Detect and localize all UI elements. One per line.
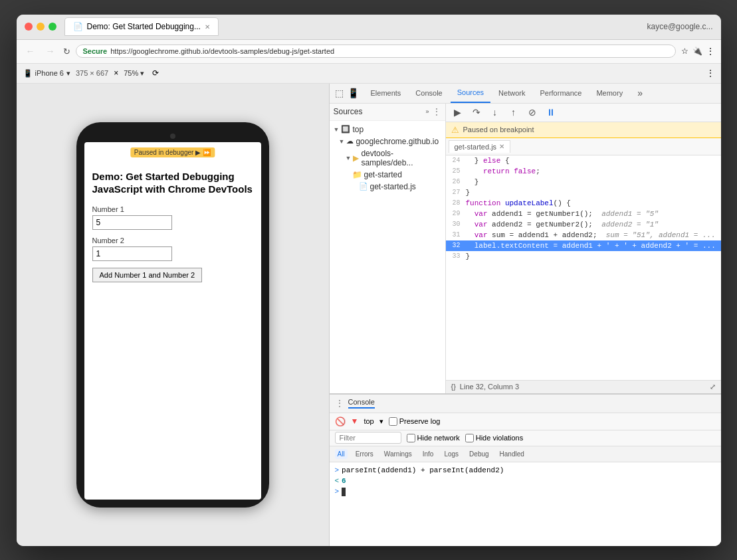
console-filter-input[interactable] — [335, 432, 401, 444]
console-bottom-panel: ⋮ Console ✕ 🚫 ▼ top ▾ Preserve log — [330, 393, 721, 546]
forward-button[interactable]: → — [43, 45, 58, 58]
tab-favicon: 📄 — [73, 22, 83, 31]
code-file-tabs: get-started.js ✕ — [446, 138, 721, 155]
filter-icon[interactable]: ▼ — [351, 417, 359, 426]
tab-network[interactable]: Network — [492, 84, 532, 104]
level-tab-debug[interactable]: Debug — [467, 449, 491, 459]
phone-camera — [170, 134, 175, 139]
console-filter-bar: 🚫 ▼ top ▾ Preserve log — [330, 413, 721, 430]
device-name: iPhone 6 — [35, 69, 64, 77]
number2-input[interactable] — [92, 246, 172, 261]
context-chevron[interactable]: ▾ — [379, 417, 383, 426]
tab-memory[interactable]: Memory — [589, 84, 629, 104]
hide-network-label: Hide network — [407, 434, 460, 442]
back-button[interactable]: ← — [23, 45, 38, 58]
pause-btn[interactable]: ⏸ — [544, 107, 558, 118]
code-line-32: 32 label.textContent = addend1 + ' + ' +… — [446, 240, 721, 251]
maximize-button[interactable] — [49, 23, 56, 31]
tab-sources[interactable]: Sources — [451, 84, 490, 104]
tab-elements[interactable]: Elements — [364, 84, 408, 104]
console-input-line[interactable]: > — [330, 486, 721, 498]
tab-more[interactable]: » — [631, 84, 649, 104]
phone-notch — [84, 130, 261, 142]
tab-performance[interactable]: Performance — [533, 84, 588, 104]
sources-chevron: » — [425, 108, 429, 115]
console-active-prompt: > — [335, 488, 340, 496]
code-area[interactable]: 24 } else { 25 return false; 26 } — [446, 155, 721, 380]
breakpoint-text: Paused on breakpoint — [463, 126, 534, 134]
tree-arrow-samples: ▼ — [346, 155, 352, 161]
hide-violations-checkbox[interactable] — [465, 434, 474, 442]
tree-get-started-js[interactable]: 📄 get-started.js — [330, 181, 445, 193]
step-over-btn[interactable]: ↷ — [470, 107, 483, 118]
tab-close-button[interactable]: ✕ — [205, 23, 210, 31]
dimensions-separator: × — [114, 68, 118, 78]
add-button[interactable]: Add Number 1 and Number 2 — [92, 268, 203, 282]
browser-tab[interactable]: 📄 Demo: Get Started Debugging... ✕ — [64, 17, 219, 36]
level-tab-logs[interactable]: Logs — [441, 449, 461, 459]
tree-get-started[interactable]: 📁 get-started — [330, 169, 445, 181]
extensions-icon[interactable]: 🔌 — [692, 47, 702, 56]
bookmark-icon[interactable]: ☆ — [681, 47, 688, 56]
code-file-close[interactable]: ✕ — [499, 143, 504, 150]
console-tab-label[interactable]: Console — [348, 398, 375, 409]
devtools-inspect-icon[interactable]: ⬚ — [335, 88, 344, 98]
console-cursor — [342, 488, 346, 496]
console-toolbar: ⋮ Console ✕ — [330, 395, 721, 413]
deactivate-btn[interactable]: ⊘ — [526, 107, 539, 118]
curly-brace-icon[interactable]: {} — [451, 383, 456, 391]
close-button[interactable] — [25, 23, 33, 31]
phone-preview: Paused in debugger ▶ ⏩ Demo: Get Started… — [17, 84, 329, 546]
sources-title: Sources — [334, 107, 423, 116]
device-selector[interactable]: 📱 iPhone 6 ▾ — [23, 69, 70, 78]
number1-input[interactable] — [92, 215, 172, 230]
preserve-log-checkbox[interactable] — [389, 417, 397, 426]
page-title: Demo: Get Started Debugging JavaScript w… — [92, 170, 253, 196]
breakpoint-icon: ⚠ — [451, 125, 459, 135]
dimensions-display: 375 × 667 — [76, 69, 108, 77]
step-out-btn[interactable]: ↑ — [507, 107, 520, 118]
tree-top[interactable]: ▼ 🔲 top — [330, 124, 445, 136]
console-input-text-1: parseInt(addend1) + parseInt(addend2) — [342, 466, 504, 474]
number2-label: Number 2 — [92, 236, 253, 244]
tree-domain[interactable]: ▼ ☁ googlechrome.github.io — [330, 136, 445, 147]
console-dots-icon[interactable]: ⋮ — [335, 398, 344, 409]
devtools-device-icon[interactable]: 📱 — [348, 88, 359, 98]
console-output-value: 6 — [342, 477, 346, 485]
url-text: https://googlechrome.github.io/devtools-… — [110, 47, 334, 55]
level-tab-handled[interactable]: Handled — [497, 449, 527, 459]
rotate-icon[interactable]: ⟳ — [152, 68, 159, 78]
url-bar[interactable]: Secure https://googlechrome.github.io/de… — [76, 45, 676, 58]
sources-more-icon[interactable]: ⋮ — [432, 106, 441, 117]
sources-toolbar: Sources » ⋮ — [330, 104, 445, 121]
tree-devtools-samples[interactable]: ▼ ▶ devtools-samples/deb... — [330, 147, 445, 169]
reload-button[interactable]: ↻ — [63, 47, 70, 56]
level-tab-info[interactable]: Info — [420, 449, 437, 459]
devtools-top-area: Sources » ⋮ ▼ 🔲 top ▼ — [330, 104, 721, 393]
code-file-tab-active[interactable]: get-started.js ✕ — [449, 140, 511, 153]
console-input-filter-row: Hide network Hide violations — [330, 430, 721, 446]
console-input-prompt-1: > — [335, 466, 340, 474]
resume-btn[interactable]: ▶ — [451, 107, 465, 118]
pause-controls: ▶ ⏩ — [195, 149, 211, 156]
more-device-options[interactable]: ⋮ — [706, 68, 714, 78]
menu-icon[interactable]: ⋮ — [706, 47, 714, 56]
expand-icon[interactable]: ⤢ — [710, 383, 716, 391]
zoom-selector[interactable]: 75% ▾ — [124, 69, 144, 78]
tree-label-top: top — [352, 125, 364, 134]
tree-label-js-file: get-started.js — [370, 182, 416, 191]
tab-console[interactable]: Console — [409, 84, 449, 104]
step-into-btn[interactable]: ↓ — [488, 107, 502, 118]
level-tab-warnings[interactable]: Warnings — [381, 449, 415, 459]
code-line-29: 29 var addend1 = getNumber1(); addend1 =… — [446, 209, 721, 219]
level-tab-all[interactable]: All — [335, 449, 348, 459]
clear-console-icon[interactable]: 🚫 — [335, 417, 346, 426]
minimize-button[interactable] — [37, 23, 45, 31]
top-context[interactable]: top — [364, 417, 373, 425]
preserve-log-label: Preserve log — [389, 417, 441, 426]
console-entries: > parseInt(addend1) + parseInt(addend2) … — [330, 462, 721, 546]
level-tab-errors[interactable]: Errors — [353, 449, 376, 459]
hide-network-checkbox[interactable] — [407, 434, 415, 442]
code-line-31: 31 var sum = addend1 + addend2; sum = "5… — [446, 230, 721, 240]
code-line-28: 28 function updateLabel() { — [446, 198, 721, 209]
